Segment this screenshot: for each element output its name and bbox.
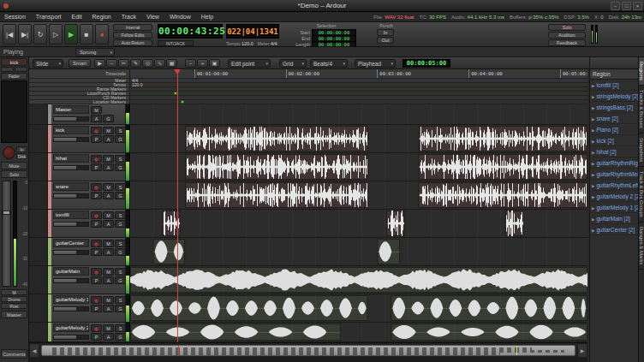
region-list-item[interactable]: ▶guitarMelody 1 [2] [590,202,638,213]
record-enable-button[interactable] [91,240,102,247]
track-header-tomfill[interactable]: tomfill M S P A G [48,210,126,237]
stop-button[interactable]: ■ [80,24,93,45]
automation-button[interactable]: A [91,115,102,122]
track-name-button[interactable]: snare [53,182,89,191]
mixer-meter-point-button[interactable]: Post [1,303,27,309]
track-gain-fader[interactable] [53,250,89,255]
mixer-track-name[interactable]: kick [1,58,27,66]
mixer-input-button[interactable] [1,67,14,72]
track-gain-fader[interactable] [53,116,89,122]
track-name-button[interactable]: guitarMelody 1 [53,295,89,304]
track-gain-fader[interactable] [53,278,89,283]
play-range-button[interactable]: ▷ [49,24,63,45]
titlebar[interactable]: *Demo – Ardour – □ × [0,0,644,12]
close-button[interactable]: × [633,2,642,10]
automation-button[interactable]: A [103,276,114,284]
region-list-item[interactable]: ▶tomfill [2] [590,80,638,91]
mute-button[interactable]: M [103,155,114,163]
region-list-item[interactable]: ▶kick [2] [590,135,638,146]
region-list-item[interactable]: ▶snare [2] [590,113,638,124]
group-button[interactable]: G [115,163,126,171]
mute-button[interactable]: M [91,106,102,114]
track-gain-fader[interactable] [53,193,89,199]
playlist-button[interactable]: P [91,135,102,143]
track-waveform-lane[interactable] [130,181,587,209]
track-waveform-lane[interactable] [130,104,587,124]
mixer-metering-button[interactable]: M [1,289,27,295]
tempo-meter-row[interactable]: Tempo 120.0 Meter 4/4 [226,41,277,46]
track-name-button[interactable]: guitarCenter [53,239,89,247]
track-gain-fader[interactable] [53,137,89,142]
track-name-button[interactable]: hihat [53,154,89,163]
zoom-fit-icon[interactable]: ▣ [209,59,220,68]
region-list-item[interactable]: ▶guitarRhythmRight [2] [590,157,638,169]
record-enable-button[interactable] [91,296,102,304]
region-list-item[interactable]: ▶hihat [2] [590,146,638,157]
solo-button[interactable]: S [115,183,126,191]
playlist-button[interactable]: P [91,276,102,284]
solo-global-button[interactable]: Solo [548,24,586,31]
track-waveform-lane[interactable] [130,323,587,341]
track-header-guitarmelody1[interactable]: guitarMelody 1 M S P A G [48,294,126,322]
group-button[interactable]: G [115,248,126,256]
mute-button[interactable]: M [103,324,114,332]
region-list-item[interactable]: ▶stringsMelody [2] [590,91,638,102]
mixer-monitor-disk-button[interactable]: Disk [16,153,27,159]
mixer-comments-button[interactable]: Comments [1,349,27,359]
mouse-draw-icon[interactable]: ✎ [130,59,141,68]
automation-button[interactable]: A [103,135,114,143]
play-button[interactable]: ▶ [64,24,78,45]
menu-region[interactable]: Region [88,12,116,22]
sync-source-button[interactable]: INT/JACK [158,40,194,46]
mixer-monitor-input-button[interactable]: In [16,146,27,152]
solo-button[interactable]: S [115,155,126,163]
feedback-button[interactable]: Feedback [548,39,586,46]
mixer-group-button[interactable]: Drums [1,296,27,302]
track-header-kick[interactable]: kick M S P A G [48,125,126,152]
solo-button[interactable]: S [115,127,126,134]
solo-button[interactable]: S [115,211,126,219]
mouse-cut-icon[interactable]: ✂ [118,59,129,68]
tab-snapshots[interactable]: Snapshots [639,134,644,167]
region-list-item[interactable]: ▶guitarRhythmLeft [2] [590,180,638,191]
track-gain-fader[interactable] [53,165,89,170]
region-list-item[interactable]: ▶guitarMelody 2 [2] [590,191,638,202]
automation-button[interactable]: A [103,305,114,312]
track-header-guitarmelody2[interactable]: guitarMelody 2 M S P A G [48,323,126,341]
mixer-output-button[interactable]: Master [1,311,27,318]
group-button[interactable]: G [115,135,126,143]
horizontal-scrollbar[interactable] [29,357,587,362]
minimize-button[interactable]: – [611,2,620,10]
region-list-item[interactable]: ▶guitarRhythmMelody [2] [590,169,638,180]
region-list-item[interactable]: ▶guitarMain [2] [590,213,638,224]
track-waveform-lane[interactable] [130,266,587,294]
mouse-audition-icon[interactable]: ◎ [142,59,153,68]
record-enable-button[interactable] [91,268,102,276]
solo-button[interactable]: S [115,240,126,247]
mixer-record-enable-button[interactable] [3,146,15,159]
tab-ranges-marks[interactable]: Ranges & Marks [639,223,644,270]
mute-button[interactable]: M [103,211,114,219]
automation-button[interactable]: A [103,163,114,171]
mute-button[interactable]: M [103,296,114,304]
track-name-button[interactable]: kick [53,126,89,134]
menu-help[interactable]: Help [197,12,218,22]
tab-track-bus-groups[interactable]: Track & Bus Groups [639,167,644,223]
group-button[interactable]: G [115,305,126,312]
automation-button[interactable]: A [103,248,114,256]
track-header-guitarcenter[interactable]: guitarCenter M S P A G [48,238,126,265]
record-enable-button[interactable] [91,211,102,219]
playlist-button[interactable]: P [91,305,102,312]
playlist-button[interactable]: P [91,333,102,341]
zoom-in-icon[interactable]: + [197,59,208,68]
maximize-button[interactable]: □ [622,2,631,10]
fader-handle[interactable] [3,211,10,215]
track-waveform-lane[interactable] [130,210,587,237]
record-button[interactable]: ● [95,24,109,45]
mixer-solo-button[interactable]: Solo [1,170,27,178]
track-header-guitarmain[interactable]: guitarMain M S P A G [48,266,126,294]
menu-view[interactable]: View [142,12,164,22]
track-gain-fader[interactable] [53,306,89,312]
region-list-header[interactable]: Region [590,69,638,80]
playlist-button[interactable]: P [91,220,102,228]
